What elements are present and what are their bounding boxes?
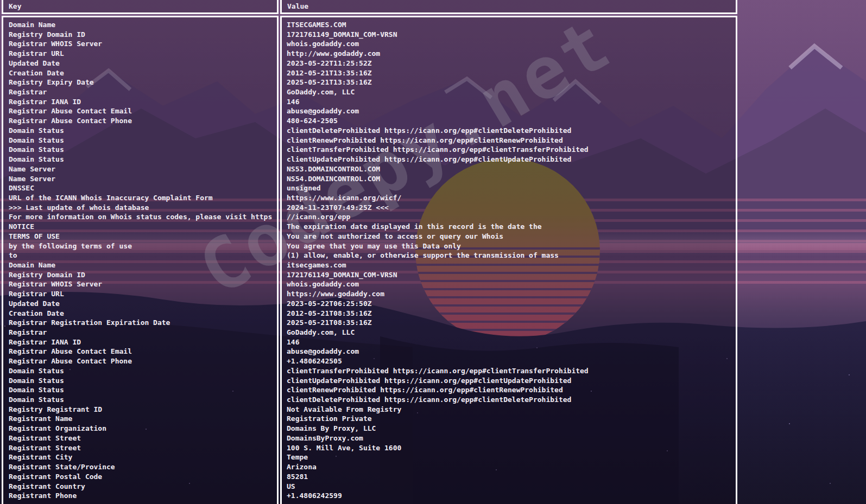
key-cell: Creation Date — [9, 309, 277, 318]
value-cell: 146 — [287, 337, 736, 347]
value-cell: clientUpdateProhibited https://icann.org… — [287, 155, 736, 164]
value-cell: DomainsByProxy.com — [287, 433, 736, 443]
key-cell: Registrar — [9, 87, 277, 97]
key-cells: Domain NameRegistry Domain IDRegistrar W… — [3, 17, 277, 501]
value-cell: clientTransferProhibited https://icann.o… — [287, 366, 736, 376]
value-cell: 100 S. Mill Ave, Suite 1600 — [287, 443, 736, 453]
value-cell: https://www.godaddy.com — [287, 289, 736, 299]
key-cell: Registry Domain ID — [9, 30, 277, 40]
key-cell: Name Server — [9, 164, 277, 174]
key-cell: Registrant Name — [9, 414, 277, 424]
key-cell: NOTICE — [9, 222, 277, 232]
value-cell: unsigned — [287, 183, 736, 193]
key-cell: to — [9, 251, 277, 260]
key-cell: >>> Last update of whois database — [9, 203, 277, 213]
value-cell: clientRenewProhibited https://icann.org/… — [287, 385, 736, 395]
value-cell: 2024-11-23T07:49:25Z <<< — [287, 203, 736, 213]
key-cell: Registrant Organization — [9, 424, 277, 433]
key-column-body: Domain NameRegistry Domain IDRegistrar W… — [2, 16, 279, 504]
value-cell: http://www.godaddy.com — [287, 49, 736, 59]
key-cell: Registrar IANA ID — [9, 97, 277, 107]
key-cell: Updated Date — [9, 59, 277, 68]
key-cell: Domain Name — [9, 20, 277, 30]
value-cell: NS54.DOMAINCONTROL.COM — [287, 174, 736, 184]
key-cell: Registrant Postal Code — [9, 472, 277, 482]
key-cell: TERMS OF USE — [9, 232, 277, 241]
value-cell: //icann.org/epp — [287, 212, 736, 222]
value-cell: clientTransferProhibited https://icann.o… — [287, 145, 736, 155]
key-header-label: Key — [3, 0, 277, 11]
key-cell: Domain Status — [9, 126, 277, 136]
key-cell: Registrar Abuse Contact Phone — [9, 356, 277, 366]
key-cell: Registrant Street — [9, 443, 277, 453]
key-cell: Domain Status — [9, 155, 277, 164]
key-cell: Registry Expiry Date — [9, 78, 277, 87]
value-column-header: Value — [280, 0, 737, 14]
key-cell: Registrant State/Province — [9, 462, 277, 472]
key-column-header: Key — [2, 0, 279, 14]
key-cell: Name Server — [9, 174, 277, 184]
value-cell: You are not authorized to access or quer… — [287, 232, 736, 241]
value-cell: clientDeleteProhibited https://icann.org… — [287, 395, 736, 405]
value-cell: 146 — [287, 97, 736, 107]
value-cell: 2025-05-21T13:35:16Z — [287, 78, 736, 87]
key-cell: Domain Status — [9, 395, 277, 405]
value-cell: Arizona — [287, 462, 736, 472]
value-cell: Tempe — [287, 452, 736, 462]
value-cells: ITSECGAMES.COM1721761149_DOMAIN_COM-VRSN… — [282, 17, 736, 501]
key-cell: Registrar — [9, 328, 277, 337]
value-cell: https://www.icann.org/wicf/ — [287, 193, 736, 203]
key-cell: Registrant Street — [9, 433, 277, 443]
key-cell: Domain Name — [9, 260, 277, 270]
value-cell: 2025-05-21T08:35:16Z — [287, 318, 736, 328]
key-cell: Registry Registrant ID — [9, 405, 277, 414]
key-cell: DNSSEC — [9, 183, 277, 193]
value-cell: abuse@godaddy.com — [287, 347, 736, 356]
key-cell: Updated Date — [9, 299, 277, 309]
key-cell: Registrant Country — [9, 482, 277, 492]
value-cell: Registration Private — [287, 414, 736, 424]
key-cell: Domain Status — [9, 366, 277, 376]
key-cell: Domain Status — [9, 376, 277, 386]
key-cell: Registrar Abuse Contact Email — [9, 347, 277, 356]
value-cell: GoDaddy.com, LLC — [287, 328, 736, 337]
value-cell: itsecgames.com — [287, 260, 736, 270]
value-cell: clientRenewProhibited https://icann.org/… — [287, 136, 736, 145]
key-cell: Registrant Phone — [9, 491, 277, 501]
key-cell: Registrant City — [9, 452, 277, 462]
key-cell: Registrar Abuse Contact Email — [9, 106, 277, 116]
key-cell: Registrar WHOIS Server — [9, 279, 277, 289]
key-cell: URL of the ICANN Whois Inaccuracy Compla… — [9, 193, 277, 203]
value-cell: You agree that you may use this Data onl… — [287, 241, 736, 251]
key-cell: Registrar Abuse Contact Phone — [9, 116, 277, 126]
key-cell: Registrar IANA ID — [9, 337, 277, 347]
value-cell: clientUpdateProhibited https://icann.org… — [287, 376, 736, 386]
value-cell: 480-624-2505 — [287, 116, 736, 126]
value-cell: abuse@godaddy.com — [287, 106, 736, 116]
value-cell: Not Available From Registry — [287, 405, 736, 414]
value-cell: The expiration date displayed in this re… — [287, 222, 736, 232]
value-cell: +1.4806242505 — [287, 356, 736, 366]
value-header-label: Value — [282, 0, 736, 11]
value-cell: clientDeleteProhibited https://icann.org… — [287, 126, 736, 136]
key-cell: Domain Status — [9, 385, 277, 395]
value-cell: 1721761149_DOMAIN_COM-VRSN — [287, 270, 736, 280]
value-cell: ITSECGAMES.COM — [287, 20, 736, 30]
key-cell: Domain Status — [9, 136, 277, 145]
key-cell: For more information on Whois status cod… — [9, 212, 277, 222]
value-cell: whois.godaddy.com — [287, 279, 736, 289]
key-cell: Registrar URL — [9, 49, 277, 59]
value-cell: 2023-05-22T06:25:50Z — [287, 299, 736, 309]
key-cell: Registrar Registration Expiration Date — [9, 318, 277, 328]
value-cell: (1) allow, enable, or otherwise support … — [287, 251, 736, 260]
key-cell: Registry Domain ID — [9, 270, 277, 280]
value-cell: 85281 — [287, 472, 736, 482]
value-cell: 1721761149_DOMAIN_COM-VRSN — [287, 30, 736, 40]
value-cell: NS53.DOMAINCONTROL.COM — [287, 164, 736, 174]
value-cell: whois.godaddy.com — [287, 39, 736, 49]
value-cell: GoDaddy.com, LLC — [287, 87, 736, 97]
value-column-body: ITSECGAMES.COM1721761149_DOMAIN_COM-VRSN… — [280, 16, 737, 504]
value-cell: 2012-05-21T08:35:16Z — [287, 309, 736, 318]
key-cell: Domain Status — [9, 145, 277, 155]
value-cell: 2012-05-21T13:35:16Z — [287, 68, 736, 78]
